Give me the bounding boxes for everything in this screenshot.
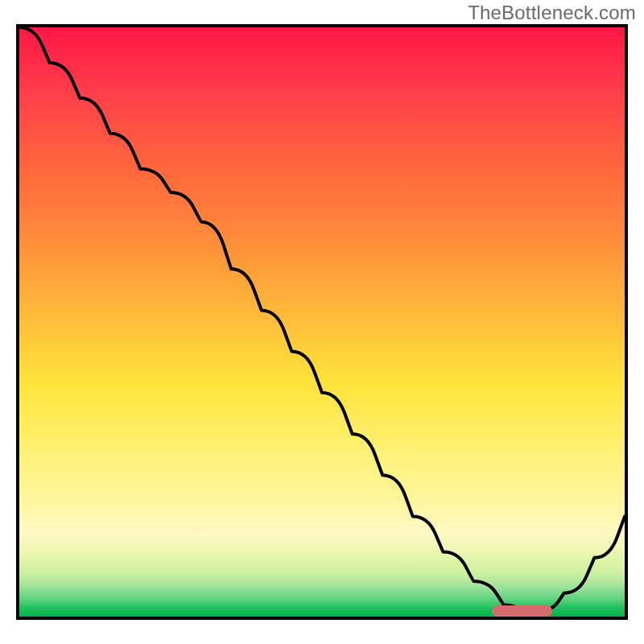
bottleneck-plot [16, 24, 628, 620]
watermark-text: TheBottleneck.com [468, 2, 636, 24]
minimum-marker [492, 605, 552, 617]
plot-gradient-background [19, 27, 625, 617]
